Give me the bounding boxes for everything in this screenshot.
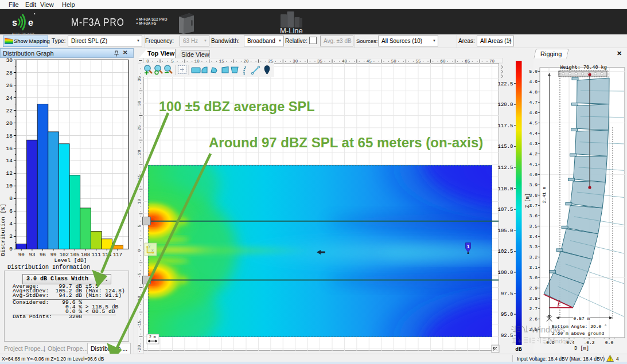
- svg-text:3.1: 3.1: [529, 265, 538, 270]
- svg-text:107.5: 107.5: [497, 207, 513, 213]
- svg-text:4.5: 4.5: [529, 120, 538, 126]
- svg-text:2.41 m: 2.41 m: [542, 186, 547, 203]
- svg-text:2 m: 2 m: [149, 335, 156, 339]
- svg-text:93: 93: [29, 252, 35, 258]
- svg-text:2.9: 2.9: [529, 285, 538, 291]
- svg-text:2: 2: [9, 233, 13, 240]
- svg-text:2.7: 2.7: [529, 306, 538, 311]
- svg-text:3.2: 3.2: [529, 255, 538, 260]
- svg-text:0: 0: [9, 246, 13, 252]
- svg-text:8: 8: [9, 195, 13, 202]
- svg-text:4.4: 4.4: [529, 131, 538, 136]
- svg-text:22: 22: [6, 108, 13, 114]
- svg-text:3.4: 3.4: [529, 234, 538, 239]
- svg-text:28: 28: [6, 70, 13, 76]
- svg-text:4.7: 4.7: [529, 100, 538, 105]
- svg-text:M-Line: M-Line: [280, 26, 303, 34]
- svg-text:4.1: 4.1: [529, 162, 538, 167]
- svg-text:122.5: 122.5: [497, 81, 513, 87]
- svg-text:4: 4: [9, 221, 13, 227]
- svg-text:102.5: 102.5: [497, 249, 513, 255]
- svg-text:3.6: 3.6: [529, 213, 538, 218]
- svg-text:3.0: 3.0: [529, 275, 538, 280]
- svg-text:112.5: 112.5: [497, 165, 513, 171]
- svg-text:12: 12: [6, 170, 13, 177]
- svg-text:2.6: 2.6: [529, 316, 538, 322]
- svg-text:24: 24: [6, 95, 13, 101]
- svg-text:117.5: 117.5: [497, 123, 513, 129]
- svg-text:Z [m]: Z [m]: [525, 193, 531, 208]
- svg-text:16: 16: [6, 146, 13, 152]
- svg-text:Level [dB]: Level [dB]: [54, 257, 87, 264]
- svg-text:4.2: 4.2: [529, 151, 538, 156]
- svg-text:115.0: 115.0: [497, 144, 513, 150]
- svg-text:!: !: [609, 356, 611, 362]
- svg-text:Distribution [%]: Distribution [%]: [0, 203, 6, 256]
- svg-text:95.0: 95.0: [501, 312, 513, 318]
- svg-text:6: 6: [9, 208, 13, 214]
- svg-text:96: 96: [40, 252, 46, 258]
- svg-text:105.0: 105.0: [497, 228, 513, 234]
- svg-text:97.5: 97.5: [501, 291, 513, 297]
- svg-text:10: 10: [6, 183, 13, 189]
- svg-text:20: 20: [6, 120, 13, 127]
- svg-text:4.8: 4.8: [529, 89, 538, 95]
- svg-text:Y: Y: [149, 245, 151, 248]
- svg-text:1: 1: [467, 244, 470, 249]
- svg-text:s: s: [12, 18, 17, 28]
- svg-text:120.0: 120.0: [497, 102, 513, 108]
- svg-text:4.6: 4.6: [529, 110, 538, 115]
- svg-text:X: X: [151, 249, 154, 252]
- svg-text:117: 117: [113, 252, 122, 258]
- svg-text:3.3: 3.3: [529, 244, 538, 249]
- svg-text:90: 90: [18, 252, 25, 258]
- svg-text:4.3: 4.3: [529, 141, 538, 146]
- svg-text:4.0: 4.0: [529, 172, 538, 177]
- svg-text:5.0: 5.0: [529, 69, 538, 74]
- svg-text:14: 14: [6, 158, 13, 164]
- svg-text:3.5: 3.5: [529, 224, 538, 229]
- svg-text:4.9: 4.9: [529, 79, 538, 84]
- svg-text:2.8: 2.8: [529, 296, 538, 301]
- svg-text:e: e: [28, 18, 33, 28]
- svg-text:26: 26: [6, 83, 13, 89]
- svg-text:3.9: 3.9: [529, 182, 538, 187]
- svg-text:30: 30: [6, 58, 13, 64]
- svg-text:Windows: Windows: [548, 338, 574, 345]
- svg-text:111: 111: [92, 252, 101, 258]
- svg-text:Windows: Windows: [531, 325, 565, 334]
- svg-text:110.0: 110.0: [497, 186, 513, 192]
- svg-text:114: 114: [102, 252, 111, 258]
- svg-text:0.57 m: 0.57 m: [574, 316, 590, 321]
- svg-text:100.0: 100.0: [497, 270, 513, 276]
- svg-text:Weight: 70.40 kg: Weight: 70.40 kg: [560, 65, 607, 71]
- svg-text:18: 18: [6, 133, 13, 139]
